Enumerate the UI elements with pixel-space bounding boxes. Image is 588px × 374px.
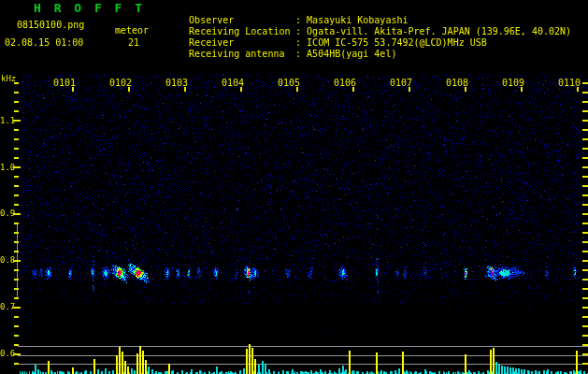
hrofft-screen: H R O F F T 08150100.png meteor 02.08.15… (0, 0, 588, 374)
echo-count: 21 (128, 37, 139, 49)
time-tick-label: 0105 (278, 79, 302, 88)
freq-axis-unit: kHz (1, 75, 16, 83)
freq-tick-label: 0.9 (0, 209, 13, 218)
info-row-antenna: Receiving antenna:A504HB(yagi 4el) (166, 37, 396, 71)
time-tick-label: 0107 (390, 79, 414, 88)
mode-label: meteor (115, 25, 149, 36)
time-tick-label: 0109 (502, 79, 526, 88)
freq-tick-label: 1.1 (0, 117, 13, 125)
time-tick-label: 0101 (53, 79, 78, 88)
time-tick-label: 0106 (334, 79, 358, 88)
time-tick-label: 0102 (109, 79, 134, 88)
freq-tick-label: 0.7 (0, 303, 13, 311)
info-separator: : (295, 49, 307, 60)
time-tick-label: 0104 (222, 79, 246, 88)
info-label: Receiving antenna (189, 49, 295, 60)
time-tick-label: 0108 (446, 79, 470, 88)
freq-tick-label: 1.0 (0, 164, 13, 172)
app-title: H R O F F T (34, 3, 145, 14)
time-tick-label: 0103 (165, 79, 190, 88)
freq-tick-label: 0.6 (0, 350, 13, 358)
time-tick-label: 0110 (558, 79, 582, 88)
datetime-label: 02.08.15 01:00 (5, 37, 83, 49)
filename-label: 08150100.png (17, 20, 84, 31)
freq-tick-label: 0.8 (0, 256, 13, 265)
info-value: A504HB(yagi 4el) (307, 49, 396, 59)
